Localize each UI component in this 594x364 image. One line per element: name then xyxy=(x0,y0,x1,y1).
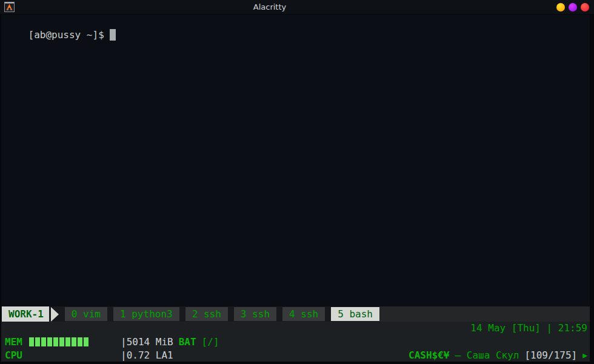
session-name-badge[interactable]: WORK-1 xyxy=(2,306,49,322)
tab-1-python3[interactable]: 1 python3 xyxy=(113,307,179,321)
terminal-screen[interactable]: [ab@pussy ~]$ xyxy=(1,15,590,306)
cpu-value: |0.72 LA1 xyxy=(121,349,173,361)
window-tabs-list: WORK-1 0 vim1 python32 ssh3 ssh4 ssh5 ba… xyxy=(1,306,379,322)
session-arrow-icon xyxy=(51,307,59,322)
cpu-row: CPU |0.72 LA1 CASH$€¥ — Саша Скул [109/1… xyxy=(1,348,590,362)
mem-bar xyxy=(35,337,40,346)
shell-prompt: [ab@pussy ~]$ xyxy=(28,29,104,41)
mem-usage-bars xyxy=(29,337,88,346)
window-title: Alacritty xyxy=(0,0,539,14)
tab-2-ssh[interactable]: 2 ssh xyxy=(185,307,228,321)
owner-name: — Саша Скул xyxy=(455,349,519,361)
tmux-status-bar: WORK-1 0 vim1 python32 ssh3 ssh4 ssh5 ba… xyxy=(1,306,590,362)
tabs-filler xyxy=(379,306,590,322)
titlebar[interactable]: Alacritty xyxy=(0,0,594,15)
battery-label: BAT xyxy=(179,336,196,348)
mem-bar xyxy=(53,337,58,346)
mem-bar xyxy=(41,337,46,346)
tab-0-vim[interactable]: 0 vim xyxy=(65,307,107,321)
mem-bar xyxy=(59,337,64,346)
mem-bar xyxy=(65,337,70,346)
window-controls xyxy=(556,3,589,12)
alacritty-app-icon xyxy=(4,2,15,12)
cpu-label: CPU xyxy=(5,349,24,361)
tab-4-ssh[interactable]: 4 ssh xyxy=(282,307,325,321)
mem-bar xyxy=(47,337,52,346)
cash-label: CASH$€¥ xyxy=(409,349,449,361)
status-right: CASH$€¥ — Саша Скул [109/175] ▶ xyxy=(409,349,590,361)
mem-bar xyxy=(72,337,76,346)
minimize-button[interactable] xyxy=(556,3,565,12)
tmux-window-tabs-row: WORK-1 0 vim1 python32 ssh3 ssh4 ssh5 ba… xyxy=(1,306,590,322)
mem-bar xyxy=(29,337,34,346)
mem-row: MEM |5014 MiB BAT [/] xyxy=(1,335,590,348)
counter-value: [109/175] xyxy=(524,349,577,361)
alacritty-window: Alacritty [ab@pussy ~]$ WORK-1 0 vim1 py… xyxy=(0,0,594,364)
battery-status: [/] xyxy=(202,336,219,348)
mem-label: MEM xyxy=(5,336,24,348)
terminal-cursor xyxy=(110,29,116,41)
close-button[interactable] xyxy=(581,3,589,12)
mem-value: |5014 MiB xyxy=(121,336,173,348)
tab-3-ssh[interactable]: 3 ssh xyxy=(234,307,276,321)
maximize-button[interactable] xyxy=(569,3,577,12)
datetime-text: 14 May [Thu] | 21:59 xyxy=(1,322,590,335)
tab-5-bash[interactable]: 5 bash xyxy=(331,307,379,321)
play-icon: ▶ xyxy=(582,351,587,360)
mem-bar xyxy=(78,337,82,346)
mem-bar xyxy=(84,337,88,346)
